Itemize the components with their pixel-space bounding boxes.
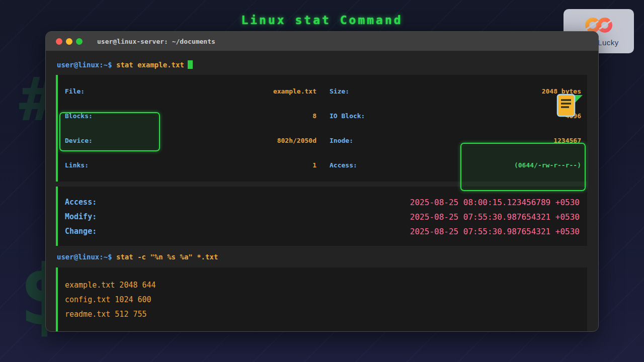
modify-time-value: 2025-08-25 07:55:30.987654321 +0530 [410,210,580,224]
format-output-block: example.txt 2048 644 config.txt 1024 600… [56,267,587,332]
prompt-line-2[interactable]: user@linux:~$ stat -c "%n %s %a" *.txt [57,252,588,262]
access-perm-value: (0644/-rw-r--r--) [514,161,581,169]
access-perm-label: Access: [330,161,357,169]
links-value: 1 [312,161,316,169]
terminal-title: user@linux-server: ~/documents [97,38,215,45]
inode-value: 1234567 [553,137,581,144]
terminal-body[interactable]: user@linux:~$ stat example.txt File: exa… [46,60,598,332]
blocks-label: Blocks: [65,112,93,120]
prompt-user-2: user@linux:~$ [57,253,112,261]
page-title: Linux stat Command [0,14,644,27]
terminal-cursor [188,60,193,69]
change-time-label: Change: [65,224,97,239]
change-time-value: 2025-08-25 07:55:30.987654321 +0530 [410,224,580,239]
terminal-titlebar: user@linux-server: ~/documents [46,32,598,51]
file-document-icon [554,93,584,119]
size-label: Size: [330,87,349,95]
maximize-button[interactable] [76,38,83,45]
io-block-label: IO Block: [330,112,365,120]
prompt-command-1: stat example.txt [116,61,184,69]
links-label: Links: [65,161,89,169]
device-label: Device: [65,137,93,144]
access-time-value: 2025-08-25 08:00:15.123456789 +0530 [410,195,580,210]
modify-time-row: Modify: 2025-08-25 07:55:30.987654321 +0… [58,210,587,224]
inode-label: Inode: [330,137,353,144]
blocks-value: 8 [312,112,316,120]
output-line-readme: readme.txt 512 755 [58,307,587,322]
change-time-row: Change: 2025-08-25 07:55:30.987654321 +0… [58,224,587,239]
prompt-command-2: stat -c "%n %s %a" *.txt [116,253,218,261]
device-value: 802h/2050d [277,137,316,144]
output-line-config: config.txt 1024 600 [58,293,587,307]
prompt-user-1: user@linux:~$ [57,61,112,69]
timestamps-block: Access: 2025-08-25 08:00:15.123456789 +0… [56,187,587,246]
stat-row-file-size: File: example.txt Size: 2048 bytes [58,79,587,104]
terminal-window: user@linux-server: ~/documents user@linu… [45,31,599,332]
stat-row-links-access: Links: 1 Access: (0644/-rw-r--r--) [58,153,587,177]
stat-row-blocks-ioblock: Blocks: 8 IO Block: 4096 [58,104,587,128]
file-value: example.txt [273,87,316,95]
minimize-button[interactable] [66,38,72,45]
access-time-row: Access: 2025-08-25 08:00:15.123456789 +0… [58,195,587,210]
close-button[interactable] [56,38,62,45]
output-line-example: example.txt 2048 644 [58,278,587,293]
stat-output-block: File: example.txt Size: 2048 bytes Block… [56,75,587,182]
access-time-label: Access: [65,195,97,210]
prompt-line-1[interactable]: user@linux:~$ stat example.txt [57,60,588,70]
file-label: File: [65,87,85,95]
modify-time-label: Modify: [65,210,97,224]
stat-row-device-inode: Device: 802h/2050d Inode: 1234567 [58,128,587,153]
